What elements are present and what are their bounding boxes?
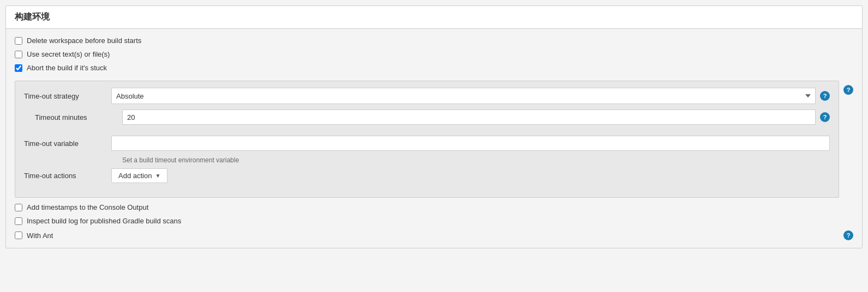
checkbox-label-timestamps: Add timestamps to the Console Output [27,203,148,211]
panel-body: Delete workspace before build starts Use… [6,29,862,248]
dropdown-arrow-icon: ▼ [155,173,160,179]
add-action-label: Add action [118,172,152,180]
timeout-variable-row: Time-out variable [24,136,830,151]
checkbox-timestamps[interactable] [15,204,22,211]
timeout-strategy-row: Time-out strategy Absolute No Activity E… [24,88,830,104]
timeout-strategy-select[interactable]: Absolute No Activity Elastic Likely stuc… [111,88,816,104]
timeout-minutes-input[interactable]: 20 [122,110,816,125]
add-action-button[interactable]: Add action ▼ [111,168,167,183]
timeout-minutes-label: Timeout minutes [24,113,122,121]
timeout-minutes-row: Timeout minutes 20 ? [24,110,830,125]
checkbox-label-with-ant: With Ant [27,232,53,240]
checkbox-label-delete-workspace: Delete workspace before build starts [27,36,141,45]
timeout-minutes-help-icon[interactable]: ? [820,112,830,122]
checkbox-row-delete-workspace: Delete workspace before build starts [15,36,853,45]
stuck-section: Time-out strategy Absolute No Activity E… [15,81,839,198]
checkbox-row-use-secret: Use secret text(s) or file(s) [15,50,853,58]
checkbox-row-abort-stuck: Abort the build if it's stuck [15,64,853,72]
timeout-minutes-control: 20 ? [122,110,830,125]
timeout-actions-control: Add action ▼ [111,168,830,183]
stuck-section-help-icon[interactable]: ? [843,85,853,95]
spacer [24,130,830,136]
checkbox-delete-workspace[interactable] [15,37,22,45]
timeout-variable-input[interactable] [111,136,830,151]
with-ant-help-icon[interactable]: ? [843,230,853,240]
timeout-variable-hint: Set a build timeout environment variable [122,156,830,164]
with-ant-row-wrapper: With Ant ? [15,230,853,240]
timeout-strategy-control: Absolute No Activity Elastic Likely stuc… [111,88,830,104]
checkbox-gradle-scans[interactable] [15,217,22,225]
timeout-strategy-label: Time-out strategy [24,92,111,100]
timeout-strategy-help-icon[interactable]: ? [820,91,830,101]
checkbox-use-secret[interactable] [15,51,22,58]
checkbox-label-use-secret: Use secret text(s) or file(s) [27,50,110,58]
checkbox-with-ant[interactable] [15,232,22,239]
checkbox-label-gradle-scans: Inspect build log for published Gradle b… [27,217,181,225]
panel-header: 构建环境 [6,6,862,29]
checkbox-abort-stuck[interactable] [15,64,22,72]
panel-title: 构建环境 [15,12,50,21]
checkbox-row-gradle-scans: Inspect build log for published Gradle b… [15,217,853,225]
build-environment-panel: 构建环境 Delete workspace before build start… [5,5,863,248]
stuck-section-wrapper: Time-out strategy Absolute No Activity E… [15,77,853,203]
timeout-variable-label: Time-out variable [24,139,111,148]
checkbox-row-with-ant: With Ant [15,232,843,240]
checkbox-row-timestamps: Add timestamps to the Console Output [15,203,853,211]
timeout-actions-row: Time-out actions Add action ▼ [24,168,830,183]
checkbox-label-abort-stuck: Abort the build if it's stuck [27,64,107,72]
timeout-variable-control [111,136,830,151]
timeout-actions-label: Time-out actions [24,172,111,180]
